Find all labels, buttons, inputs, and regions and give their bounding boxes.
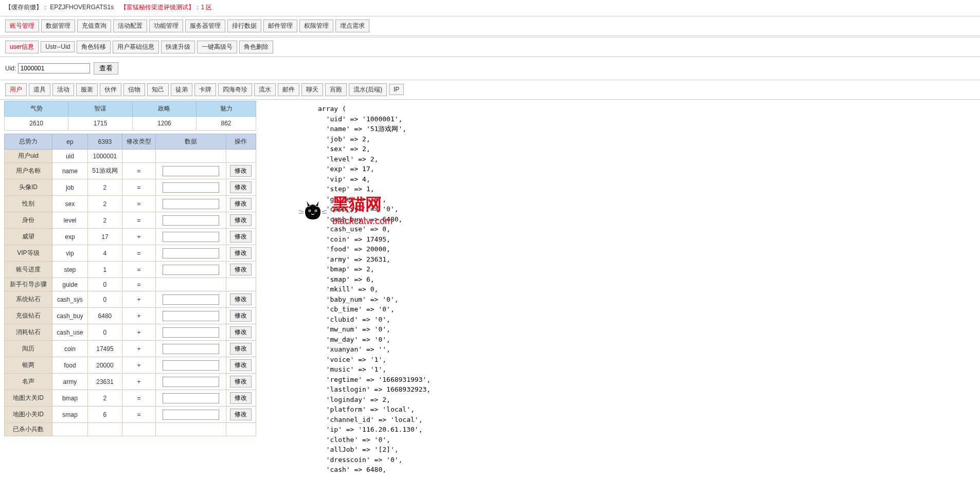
detail-tab-4[interactable]: 伙伴 bbox=[100, 83, 121, 96]
row-input[interactable] bbox=[163, 166, 219, 176]
detail-tab-3[interactable]: 服装 bbox=[76, 83, 98, 96]
row-key: level bbox=[52, 212, 87, 229]
main-tab-3[interactable]: 活动配置 bbox=[113, 20, 147, 32]
detail-tab-1[interactable]: 道具 bbox=[29, 83, 50, 96]
detail-tab-15[interactable]: IP bbox=[389, 84, 404, 95]
detail-tab-13[interactable]: 宫殿 bbox=[325, 83, 347, 96]
row-input-cell bbox=[156, 390, 226, 407]
row-input[interactable] bbox=[163, 377, 219, 387]
sub-tab-0[interactable]: user信息 bbox=[5, 41, 39, 53]
modify-button[interactable]: 修改 bbox=[230, 181, 252, 193]
detail-tab-9[interactable]: 四海奇珍 bbox=[218, 83, 252, 96]
row-input[interactable] bbox=[163, 327, 219, 338]
row-input-cell bbox=[156, 196, 226, 212]
modify-button[interactable]: 修改 bbox=[230, 343, 252, 355]
detail-tab-11[interactable]: 邮件 bbox=[278, 83, 299, 96]
modify-button[interactable]: 修改 bbox=[230, 359, 252, 371]
row-input-cell bbox=[156, 179, 226, 196]
row-input[interactable] bbox=[163, 294, 219, 305]
main-tab-6[interactable]: 排行数据 bbox=[227, 20, 261, 32]
row-input[interactable] bbox=[163, 410, 219, 420]
row-label: 威望 bbox=[5, 229, 52, 245]
row-key: cash_sys bbox=[52, 291, 87, 308]
table-row: 头像IDjob2=修改 bbox=[5, 179, 256, 196]
row-input[interactable] bbox=[163, 344, 219, 354]
modify-button[interactable]: 修改 bbox=[230, 231, 252, 243]
detail-tab-12[interactable]: 聊天 bbox=[301, 83, 323, 96]
row-op: = bbox=[122, 390, 155, 407]
sub-tab-4[interactable]: 快速升级 bbox=[161, 41, 195, 53]
main-tab-8[interactable]: 权限管理 bbox=[299, 20, 333, 32]
row-input[interactable] bbox=[163, 232, 219, 242]
main-tab-2[interactable]: 充值查询 bbox=[77, 20, 111, 32]
row-key: cash_use bbox=[52, 324, 87, 341]
modify-button[interactable]: 修改 bbox=[230, 293, 252, 305]
row-label: 名声 bbox=[5, 374, 52, 390]
view-button[interactable]: 查看 bbox=[94, 62, 118, 75]
row-label: 充值钻石 bbox=[5, 308, 52, 324]
row-value: 0 bbox=[87, 291, 122, 308]
sub-tab-5[interactable]: 一键高级号 bbox=[197, 41, 237, 53]
row-input[interactable] bbox=[163, 311, 219, 321]
modify-button[interactable]: 修改 bbox=[230, 326, 252, 338]
detail-tab-5[interactable]: 信物 bbox=[123, 83, 145, 96]
row-action-cell: 修改 bbox=[226, 245, 256, 262]
main-tab-4[interactable]: 功能管理 bbox=[149, 20, 183, 32]
row-label: 银两 bbox=[5, 357, 52, 374]
sub-tab-3[interactable]: 用户基础信息 bbox=[113, 41, 159, 53]
row-action-cell: 修改 bbox=[226, 407, 256, 423]
row-action-cell bbox=[226, 150, 256, 163]
modify-button[interactable]: 修改 bbox=[230, 310, 252, 322]
prefix-value: EPZJFHOVERGATS1s bbox=[50, 4, 114, 11]
main-tab-1[interactable]: 数据管理 bbox=[41, 20, 75, 32]
detail-tab-14[interactable]: 流水(后端) bbox=[349, 83, 387, 96]
detail-tab-row: 用户道具活动服装伙伴信物知己徒弟卡牌四海奇珍流水邮件聊天宫殿流水(后端)IP bbox=[0, 80, 980, 100]
row-input[interactable] bbox=[163, 393, 219, 403]
sub-tab-2[interactable]: 角色转移 bbox=[77, 41, 111, 53]
uid-input[interactable] bbox=[18, 63, 90, 73]
main-tab-0[interactable]: 账号管理 bbox=[5, 20, 39, 32]
detail-tab-2[interactable]: 活动 bbox=[52, 83, 74, 96]
row-value: 6480 bbox=[87, 308, 122, 324]
main-tab-7[interactable]: 邮件管理 bbox=[263, 20, 297, 32]
col-header: 修改类型 bbox=[122, 134, 155, 150]
detail-tab-6[interactable]: 知己 bbox=[147, 83, 169, 96]
table-row: 阅历coin17495+修改 bbox=[5, 341, 256, 357]
sub-tab-1[interactable]: Ustr--Uid bbox=[41, 41, 75, 52]
detail-tab-7[interactable]: 徒弟 bbox=[171, 83, 192, 96]
row-input[interactable] bbox=[163, 265, 219, 275]
row-key: smap bbox=[52, 407, 87, 423]
detail-tab-8[interactable]: 卡牌 bbox=[194, 83, 216, 96]
sub-tab-6[interactable]: 角色删除 bbox=[239, 41, 273, 53]
main-tab-9[interactable]: 埋点需求 bbox=[335, 20, 369, 32]
row-input[interactable] bbox=[163, 360, 219, 371]
detail-tab-0[interactable]: 用户 bbox=[5, 83, 27, 96]
row-input[interactable] bbox=[163, 248, 219, 259]
modify-button[interactable]: 修改 bbox=[230, 214, 252, 226]
row-input-cell bbox=[156, 229, 226, 245]
modify-button[interactable]: 修改 bbox=[230, 264, 252, 275]
table-row: 新手引导步骤guide0= bbox=[5, 278, 256, 291]
modify-button[interactable]: 修改 bbox=[230, 376, 252, 388]
stats-value: 862 bbox=[197, 117, 256, 131]
row-value: 2 bbox=[87, 390, 122, 407]
row-input-cell bbox=[156, 341, 226, 357]
modify-button[interactable]: 修改 bbox=[230, 392, 252, 404]
row-input[interactable] bbox=[163, 199, 219, 209]
row-key: army bbox=[52, 374, 87, 390]
row-key: vip bbox=[52, 245, 87, 262]
row-input-cell bbox=[156, 407, 226, 423]
stats-header: 智谋 bbox=[68, 101, 132, 117]
detail-tab-10[interactable]: 流水 bbox=[254, 83, 276, 96]
table-row: 地图小关IDsmap6=修改 bbox=[5, 407, 256, 423]
row-input[interactable] bbox=[163, 182, 219, 193]
row-op: = bbox=[122, 196, 155, 212]
modify-button[interactable]: 修改 bbox=[230, 198, 252, 210]
row-op: = bbox=[122, 212, 155, 229]
modify-button[interactable]: 修改 bbox=[230, 165, 252, 177]
row-input[interactable] bbox=[163, 215, 219, 226]
table-row: 用户名称name51游戏网=修改 bbox=[5, 163, 256, 179]
modify-button[interactable]: 修改 bbox=[230, 247, 252, 259]
main-tab-5[interactable]: 服务器管理 bbox=[185, 20, 225, 32]
modify-button[interactable]: 修改 bbox=[230, 409, 252, 420]
